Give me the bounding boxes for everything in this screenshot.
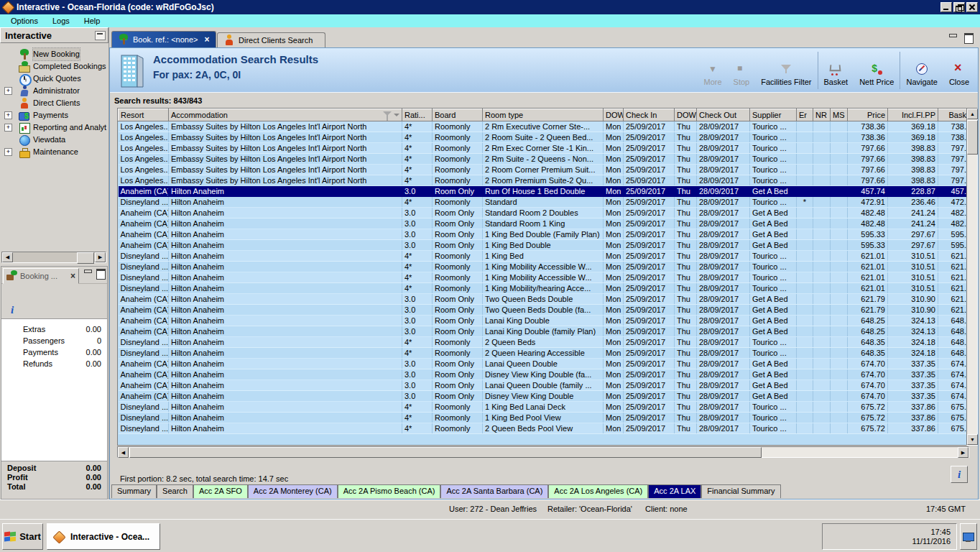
table-row[interactable]: Los Angeles... Embassy Suites by Hilton … bbox=[119, 121, 969, 132]
sidebar-item[interactable]: + Viewdata bbox=[0, 134, 108, 146]
column-header[interactable]: NR bbox=[813, 109, 831, 121]
column-header[interactable]: Resort bbox=[119, 109, 169, 121]
tree-horizontal-scrollbar[interactable]: ◀ ▶ bbox=[1, 252, 106, 263]
table-row[interactable]: Anaheim (CA) Hilton Anaheim 3.0 Room Onl… bbox=[119, 294, 969, 305]
column-header[interactable]: Bask bbox=[938, 109, 969, 121]
table-row[interactable]: Disneyland ... Hilton Anaheim 4* Roomonl… bbox=[119, 251, 969, 262]
bottom-tab[interactable]: Financial Summary bbox=[701, 484, 780, 498]
bottom-tab[interactable]: Acc 2A Monterey (CA) bbox=[248, 484, 338, 498]
vertical-scrollbar[interactable]: ▲ ▼ bbox=[966, 108, 978, 446]
scrollbar-thumb[interactable] bbox=[967, 120, 978, 155]
table-row[interactable]: Anaheim (CA) Hilton Anaheim 3.0 Room Onl… bbox=[119, 186, 969, 197]
menu-item[interactable]: Help bbox=[78, 16, 107, 26]
expand-icon[interactable]: + bbox=[4, 111, 12, 119]
filter-dropdown-icon[interactable] bbox=[394, 114, 399, 116]
table-row[interactable]: Anaheim (CA) Hilton Anaheim 3.0 Room Onl… bbox=[119, 229, 969, 240]
toolbar-button[interactable]: Nett Price bbox=[854, 52, 900, 89]
column-header[interactable]: DOW bbox=[675, 109, 697, 121]
pane-maximize-icon[interactable] bbox=[963, 33, 973, 41]
scroll-up-icon[interactable]: ▲ bbox=[967, 109, 978, 119]
table-row[interactable]: Anaheim (CA) Hilton Anaheim 3.0 Room Onl… bbox=[119, 359, 969, 369]
table-row[interactable]: Disneyland ... Hilton Anaheim 4* Roomonl… bbox=[119, 272, 969, 283]
table-row[interactable]: Disneyland ... Hilton Anaheim 4* Roomonl… bbox=[119, 197, 969, 208]
table-row[interactable]: Anaheim (CA) Hilton Anaheim 3.0 Room Onl… bbox=[119, 380, 969, 391]
booking-tool-button[interactable] bbox=[6, 288, 17, 299]
booking-tool-button[interactable] bbox=[24, 288, 35, 299]
table-row[interactable]: Anaheim (CA) Hilton Anaheim 3.0 Room Onl… bbox=[119, 326, 969, 337]
column-header[interactable]: Supplier bbox=[750, 109, 797, 121]
scroll-right-icon[interactable]: ▶ bbox=[958, 447, 969, 458]
booking-minimize-icon[interactable] bbox=[83, 269, 93, 277]
info-icon[interactable] bbox=[7, 305, 19, 316]
expand-icon[interactable]: + bbox=[4, 87, 12, 95]
bottom-tab[interactable]: Acc 2A Santa Barbara (CA) bbox=[440, 484, 548, 498]
menu-item[interactable]: Logs bbox=[46, 16, 76, 26]
sidebar-item[interactable]: + New Booking bbox=[0, 48, 108, 60]
booking-tab-close-icon[interactable]: × bbox=[70, 271, 75, 281]
tab-close-icon[interactable]: × bbox=[205, 34, 210, 45]
column-header[interactable]: Board bbox=[433, 109, 483, 121]
scroll-down-icon[interactable]: ▼ bbox=[967, 434, 978, 445]
sidebar-item[interactable]: + Completed Bookings bbox=[0, 60, 108, 73]
pane-minimize-icon[interactable] bbox=[948, 33, 958, 41]
panel-collapse-button[interactable] bbox=[95, 31, 106, 40]
scroll-right-icon[interactable]: ▶ bbox=[95, 252, 106, 262]
column-header[interactable]: Accommodation bbox=[169, 109, 402, 121]
sidebar-item[interactable]: + Administrator bbox=[0, 85, 108, 97]
column-header[interactable]: Er bbox=[797, 109, 813, 121]
sidebar-item[interactable]: + Quick Quotes bbox=[0, 73, 108, 85]
toolbar-button[interactable]: Navigate bbox=[900, 52, 943, 89]
bottom-tab[interactable]: Acc 2A SFO bbox=[193, 484, 248, 498]
sidebar-item[interactable]: + Reporting and Analyt bbox=[0, 121, 108, 134]
tray-icon[interactable] bbox=[895, 531, 906, 543]
table-row[interactable]: Los Angeles... Embassy Suites by Hilton … bbox=[119, 143, 969, 154]
info-button[interactable]: i bbox=[951, 466, 968, 483]
sidebar-item[interactable]: + Maintenance bbox=[0, 146, 108, 158]
scrollbar-thumb[interactable] bbox=[77, 252, 94, 264]
bottom-tab[interactable]: Summary bbox=[111, 484, 157, 498]
sidebar-item[interactable]: + Payments bbox=[0, 109, 108, 121]
booking-tool-button[interactable] bbox=[78, 288, 89, 299]
table-row[interactable]: Los Angeles... Embassy Suites by Hilton … bbox=[119, 132, 969, 143]
table-row[interactable]: Disneyland ... Hilton Anaheim 4* Roomonl… bbox=[119, 283, 969, 294]
bottom-tab[interactable]: Acc 2A LAX bbox=[648, 484, 701, 498]
column-header[interactable]: DOW bbox=[604, 109, 624, 121]
column-header[interactable]: Incl.Fl.PP bbox=[888, 109, 938, 121]
expand-icon[interactable]: + bbox=[4, 148, 12, 156]
table-row[interactable]: Los Angeles... Embassy Suites by Hilton … bbox=[119, 165, 969, 175]
horizontal-scrollbar[interactable]: ◀ ▶ bbox=[117, 446, 969, 458]
table-row[interactable]: Disneyland ... Hilton Anaheim 4* Roomonl… bbox=[119, 337, 969, 348]
toolbar-button[interactable]: Close bbox=[943, 52, 975, 89]
tray-icon[interactable] bbox=[861, 531, 873, 543]
sidebar-item[interactable]: + Direct Clients bbox=[0, 97, 108, 109]
booking-tool-button[interactable] bbox=[42, 288, 53, 299]
scroll-left-icon[interactable]: ◀ bbox=[2, 252, 13, 262]
table-row[interactable]: Los Angeles... Embassy Suites by Hilton … bbox=[119, 154, 969, 165]
column-header[interactable]: Check Out bbox=[697, 109, 750, 121]
table-row[interactable]: Los Angeles... Embassy Suites by Hilton … bbox=[119, 175, 969, 186]
filter-funnel-icon[interactable] bbox=[383, 111, 392, 116]
toolbar-button[interactable]: Stop bbox=[728, 52, 756, 89]
column-header[interactable]: MS bbox=[831, 109, 848, 121]
restore-button[interactable] bbox=[953, 2, 965, 12]
close-button[interactable] bbox=[966, 2, 978, 12]
table-row[interactable]: Disneyland ... Hilton Anaheim 4* Roomonl… bbox=[119, 402, 969, 413]
column-header[interactable]: Rati... bbox=[402, 109, 433, 121]
scroll-left-icon[interactable]: ◀ bbox=[118, 447, 129, 458]
booking-maximize-icon[interactable] bbox=[96, 269, 105, 277]
tray-icon[interactable] bbox=[828, 531, 840, 543]
toolbar-button[interactable]: More bbox=[698, 52, 728, 89]
expand-icon[interactable]: + bbox=[4, 124, 12, 132]
document-tab[interactable]: Direct Clients Search bbox=[217, 32, 325, 47]
document-tab[interactable]: Book. ref.: <none> × bbox=[111, 31, 216, 47]
toolbar-button[interactable]: Basket bbox=[818, 52, 854, 89]
table-row[interactable]: Anaheim (CA) Hilton Anaheim 3.0 Room Onl… bbox=[119, 305, 969, 316]
toolbar-button[interactable]: Facilities Filter bbox=[755, 52, 817, 89]
scrollbar-thumb[interactable] bbox=[129, 447, 762, 458]
table-row[interactable]: Anaheim (CA) Hilton Anaheim 3.0 Room Onl… bbox=[119, 391, 969, 402]
column-header[interactable]: Room type bbox=[483, 109, 604, 121]
menu-item[interactable]: Options bbox=[4, 16, 45, 26]
taskbar-window-button[interactable]: Interactive - Ocea... bbox=[47, 523, 160, 550]
column-header[interactable]: Check In bbox=[624, 109, 675, 121]
table-row[interactable]: Anaheim (CA) Hilton Anaheim 3.0 Room Onl… bbox=[119, 240, 969, 251]
